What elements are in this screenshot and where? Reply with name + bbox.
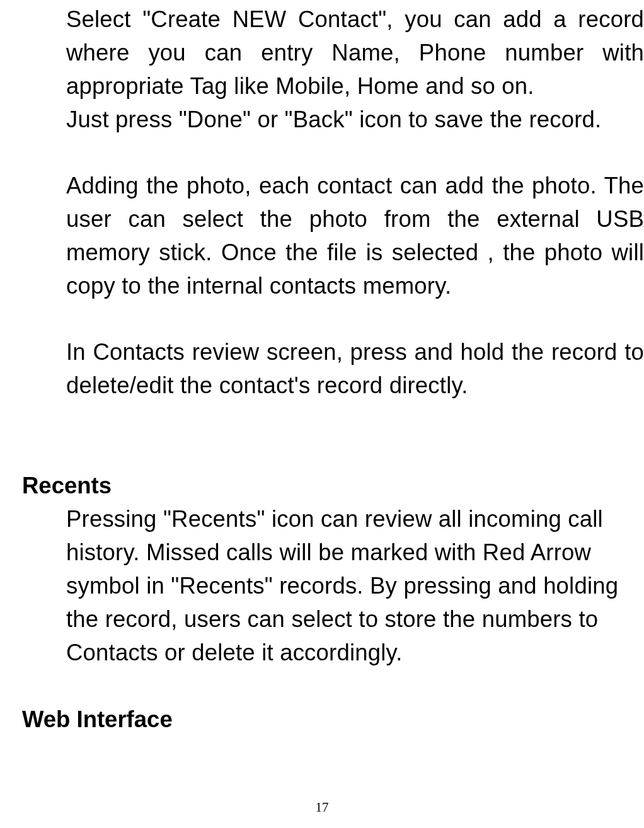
spacer (22, 402, 644, 469)
paragraph-adding-photo: Adding the photo, each contact can add t… (66, 169, 644, 302)
paragraph-create-contact: Select "Create NEW Contact", you can add… (66, 3, 644, 103)
heading-web-interface: Web Interface (22, 703, 644, 736)
spacer (22, 302, 644, 335)
page-number: 17 (0, 800, 644, 815)
spacer (22, 669, 644, 703)
content-area: Select "Create NEW Contact", you can add… (22, 3, 644, 736)
paragraph-save-record: Just press "Done" or "Back" icon to save… (66, 103, 644, 136)
paragraph-recents: Pressing "Recents" icon can review all i… (66, 502, 644, 669)
heading-recents: Recents (22, 469, 644, 502)
document-page: Select "Create NEW Contact", you can add… (0, 0, 644, 828)
paragraph-review-screen: In Contacts review screen, press and hol… (66, 335, 644, 402)
spacer (22, 136, 644, 169)
